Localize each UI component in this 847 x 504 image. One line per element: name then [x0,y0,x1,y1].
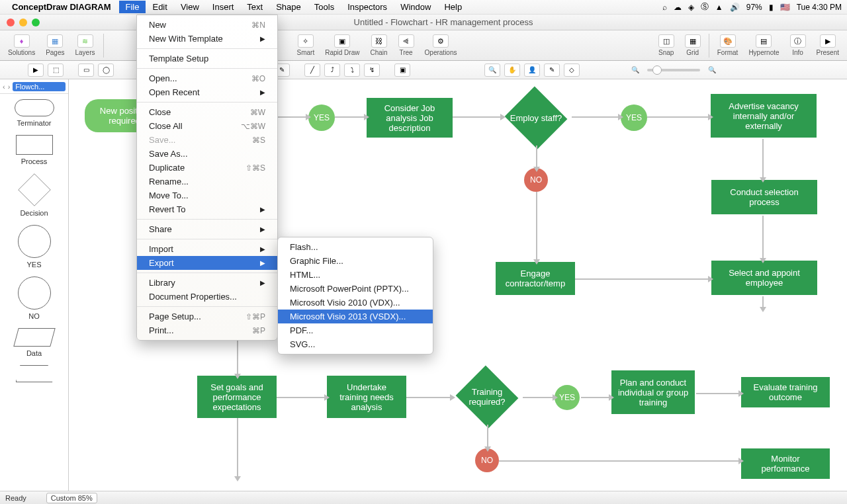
toolbar-hypernote[interactable]: ▤Hypernote [748,34,779,56]
flow-node-n12[interactable]: Set goals and performance expectations [197,376,277,418]
toolbar-operations[interactable]: ⚙Operations [425,34,457,56]
close-icon[interactable] [7,19,15,26]
nav-fwd-icon[interactable]: › [8,83,11,91]
export-pdf-[interactable]: PDF... [278,323,433,337]
file-menu-page-setup-[interactable]: Page Setup...⇧⌘P [137,310,277,323]
flow-node-n5[interactable]: YES [621,105,647,131]
wifi-icon[interactable]: ▲ [715,3,723,12]
toolbar-smart[interactable]: ✧Smart [297,34,315,56]
library-dropdown[interactable]: Flowch... [13,82,66,91]
flow-node-n19[interactable]: Monitor performance [741,448,830,479]
flow-node-n17[interactable]: Evaluate training outcome [741,377,830,407]
hand-tool[interactable]: ✋ [504,63,520,77]
shape-process[interactable]: Process [3,135,66,165]
menu-insert[interactable]: Insert [206,1,241,13]
menu-file[interactable]: File [119,1,146,13]
selection-tool[interactable]: ⬚ [48,63,64,77]
export-microsoft-visio-2013-vsdx-[interactable]: Microsoft Visio 2013 (VSDX)... [278,310,433,323]
file-menu-open-recent[interactable]: Open Recent▶ [137,85,277,99]
file-menu-template-setup[interactable]: Template Setup [137,52,277,65]
file-menu-open-[interactable]: Open...⌘O [137,71,277,85]
zoom-slider[interactable] [647,69,700,71]
flow-node-n6[interactable]: Advertise vacancy internally and/or exte… [711,94,817,138]
menu-inspectors[interactable]: Inspectors [341,1,394,13]
connector-4[interactable]: ↯ [364,63,380,77]
eraser-icon[interactable]: ◇ [564,63,580,77]
flag-icon[interactable]: 🇺🇸 [780,3,790,12]
toolbar-tree[interactable]: ⫷Tree [398,34,414,56]
zoom-select[interactable]: Custom 85% [46,493,97,503]
menu-help[interactable]: Help [437,1,468,13]
battery-icon[interactable]: ▮ [769,3,774,12]
export-microsoft-powerpoint-pptx-[interactable]: Microsoft PowerPoint (PPTX)... [278,282,433,296]
flow-node-n8[interactable]: Conduct selection process [711,180,817,214]
connector-1[interactable]: ╱ [304,63,320,77]
shape-no[interactable]: NO [3,276,66,320]
toolbar-layers[interactable]: ≋Layers [75,34,95,56]
file-menu-close[interactable]: Close⌘W [137,105,277,119]
shape-manual[interactable] [3,365,66,382]
cloud-icon[interactable]: ☁ [674,3,682,12]
file-menu-print-[interactable]: Print...⌘P [137,323,277,337]
flow-node-n2[interactable]: YES [308,105,335,131]
flow-node-n14[interactable]: Training required? [454,370,520,423]
flow-node-n7[interactable]: NO [524,168,548,192]
zoom-out-button[interactable]: 🔍 [627,63,643,77]
export-svg-[interactable]: SVG... [278,337,433,351]
file-menu-library[interactable]: Library▶ [137,276,277,290]
flow-node-n3[interactable]: Consider Job analysis Job description [367,98,453,138]
toolbar-format[interactable]: 🎨Format [717,34,738,56]
menu-window[interactable]: Window [394,1,437,13]
file-menu-rename-[interactable]: Rename... [137,175,277,189]
flow-node-n9[interactable]: Engage contractor/temp [496,262,575,295]
menu-view[interactable]: View [174,1,206,13]
volume-icon[interactable]: 🔊 [730,3,740,12]
file-menu-revert-to[interactable]: Revert To▶ [137,202,277,216]
toolbar-pages[interactable]: ▦Pages [46,34,64,56]
toolbar-chain[interactable]: ⛓Chain [370,34,387,56]
menu-tools[interactable]: Tools [308,1,341,13]
toolbar-snap[interactable]: ◫Snap [658,34,674,56]
skype-icon[interactable]: Ⓢ [701,1,709,13]
connector-3[interactable]: ⤵ [344,63,360,77]
nav-back-icon[interactable]: ‹ [3,83,5,91]
flow-node-n10[interactable]: Select and appoint employee [711,261,817,295]
flow-node-n4[interactable]: Employ staff? [503,91,569,144]
connector-2[interactable]: ⤴ [324,63,340,77]
file-menu-move-to-[interactable]: Move To... [137,189,277,202]
flow-node-n16[interactable]: Plan and conduct individual or group tra… [611,370,695,414]
menu-edit[interactable]: Edit [146,1,173,13]
file-menu-export[interactable]: Export▶ [137,256,277,270]
minimize-icon[interactable] [19,19,27,26]
file-menu-share[interactable]: Share▶ [137,222,277,236]
file-menu-close-all[interactable]: Close All⌥⌘W [137,119,277,133]
ellipse-shape[interactable]: ◯ [98,63,114,77]
person-tool[interactable]: 👤 [524,63,540,77]
flow-node-n15[interactable]: YES [555,385,580,410]
file-menu-document-properties-[interactable]: Document Properties... [137,290,277,304]
export-graphic-file-[interactable]: Graphic File... [278,254,433,268]
file-menu-duplicate[interactable]: Duplicate⇧⌘S [137,161,277,175]
dropbox-icon[interactable]: ◈ [688,3,694,12]
status-icon[interactable]: ⌕ [662,3,667,12]
eyedropper-icon[interactable]: ✎ [544,63,560,77]
file-menu-new[interactable]: New⌘N [137,18,277,32]
shape-terminator[interactable]: Terminator [3,99,66,127]
zoom-in-icon[interactable]: 🔍 [484,63,500,77]
clock[interactable]: Tue 4:30 PM [797,3,842,12]
cursor-tool[interactable]: ▶ [28,63,44,77]
file-menu-save-as-[interactable]: Save As... [137,147,277,161]
zoom-in-button[interactable]: 🔍 [704,63,720,77]
shape-data[interactable]: Data [3,328,66,357]
flow-node-n18[interactable]: NO [475,448,499,472]
toolbar-solutions[interactable]: ♦Solutions [8,34,35,56]
shape-yes[interactable]: YES [3,225,66,269]
flow-node-n13[interactable]: Undertake training needs analysis [327,376,406,418]
export-html-[interactable]: HTML... [278,268,433,282]
file-menu-import[interactable]: Import▶ [137,242,277,256]
toolbar-info[interactable]: ⓘInfo [790,34,806,56]
shape-decision[interactable]: Decision [3,173,66,217]
menu-shape[interactable]: Shape [269,1,308,13]
insert-tool[interactable]: ▣ [394,63,410,77]
toolbar-grid[interactable]: ▦Grid [685,34,701,56]
